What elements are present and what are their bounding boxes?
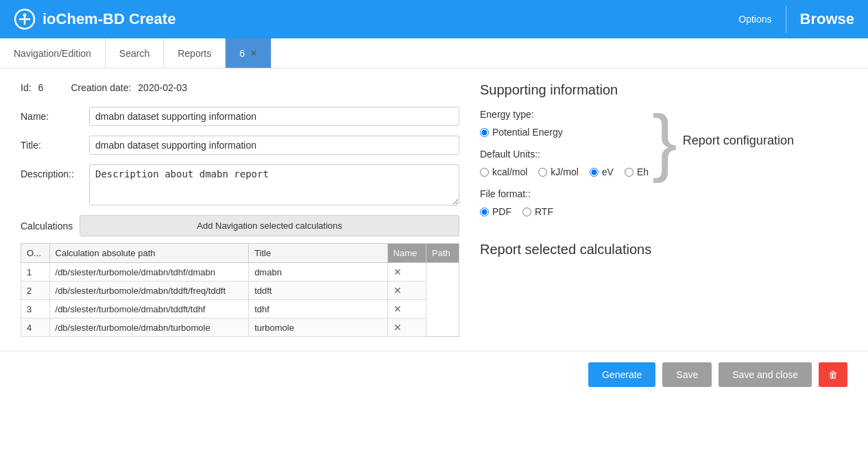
save-close-button[interactable]: Save and close [719, 362, 812, 387]
tab-navigation[interactable]: Navigation/Edition [0, 38, 106, 68]
creation-date-value: 2020-02-03 [138, 82, 187, 93]
svg-point-3 [23, 14, 27, 17]
id-label: Id: [21, 82, 32, 93]
radio-eh[interactable]: Eh [625, 166, 649, 177]
row-remove-cell[interactable]: ✕ [387, 300, 426, 318]
description-textarea[interactable] [89, 164, 459, 205]
remove-row-button[interactable]: ✕ [394, 303, 402, 314]
footer: Generate Save Save and close 🗑 [0, 351, 868, 398]
tab-active-number: 6 [239, 48, 245, 59]
title-cell-input[interactable] [254, 304, 381, 314]
calculations-label: Calculations [21, 221, 73, 232]
add-calc-button[interactable]: Add Navigation selected calculations [80, 215, 459, 236]
left-panel: Id: 6 Creation date: 2020-02-03 Name: Ti… [21, 82, 459, 337]
energy-type-label: Energy type: [480, 109, 649, 120]
row-remove-cell[interactable]: ✕ [387, 318, 426, 337]
units-radio-group: kcal/mol kJ/mol eV Eh [480, 166, 649, 177]
header-left: ioChem-BD Create [14, 8, 176, 30]
options-link[interactable]: Options [738, 14, 785, 25]
row-path: /db/slester/turbomole/dmabn/tdhf/dmabn [49, 263, 249, 281]
name-input[interactable] [89, 107, 459, 126]
radio-pdf[interactable]: PDF [480, 206, 511, 217]
nav-tabs: Navigation/Edition Search Reports 6 ✕ [0, 38, 868, 68]
name-row: Name: [21, 107, 459, 126]
tab-search[interactable]: Search [106, 38, 164, 68]
calculations-header: Calculations Add Navigation selected cal… [21, 215, 459, 236]
row-title-cell[interactable] [249, 318, 387, 337]
row-path: /db/slester/turbomole/dmabn/tddft/tdhf [49, 300, 249, 318]
save-button[interactable]: Save [662, 362, 712, 387]
calc-table-wrapper: O... Calculation absolute path Title Nam… [21, 243, 459, 337]
energy-type-radio-group: Potential Energy [480, 127, 649, 138]
row-path: /db/slester/turbomole/dmabn/tddft/freq/t… [49, 281, 249, 300]
col-name-header[interactable]: Name [387, 244, 426, 263]
delete-button[interactable]: 🗑 [819, 362, 847, 387]
browse-link[interactable]: Browse [800, 10, 854, 28]
remove-row-button[interactable]: ✕ [394, 266, 402, 277]
app-title: ioChem-BD Create [43, 10, 176, 28]
right-panel: Supporting information Energy type: Pote… [480, 82, 740, 337]
default-units-label: Default Units:: [480, 149, 649, 160]
creation-date-label: Creation date: [71, 82, 131, 93]
id-value: 6 [38, 82, 44, 93]
remove-row-button[interactable]: ✕ [394, 285, 402, 296]
col-title-header: Title [249, 244, 387, 263]
col-order-header: O... [21, 244, 50, 263]
config-brace-icon: } [652, 109, 677, 173]
report-config-label: Report configuration [683, 134, 794, 148]
app-header: ioChem-BD Create Options Browse [0, 0, 868, 38]
title-label: Title: [21, 136, 82, 151]
table-row: 4 /db/slester/turbomole/dmabn/turbomole … [21, 318, 459, 337]
file-format-section: File format:: PDF RTF [480, 188, 649, 217]
description-row: Description:: [21, 164, 459, 205]
report-config-brace-wrapper: } Report configuration [652, 109, 794, 173]
name-label: Name: [21, 107, 82, 122]
delete-icon: 🗑 [828, 369, 838, 380]
table-row: 2 /db/slester/turbomole/dmabn/tddft/freq… [21, 281, 459, 300]
calc-table: O... Calculation absolute path Title Nam… [21, 243, 459, 337]
row-title-cell[interactable] [249, 263, 387, 281]
description-label: Description:: [21, 164, 82, 179]
radio-potential-energy[interactable]: Potential Energy [480, 127, 563, 138]
header-right: Options Browse [738, 5, 854, 33]
creation-date-field: Creation date: 2020-02-03 [71, 82, 187, 93]
file-format-label: File format:: [480, 188, 649, 199]
energy-type-section: Energy type: Potential Energy [480, 109, 649, 138]
table-row: 1 /db/slester/turbomole/dmabn/tdhf/dmabn… [21, 263, 459, 281]
radio-kj[interactable]: kJ/mol [538, 166, 578, 177]
row-order: 2 [21, 281, 50, 300]
title-cell-input[interactable] [254, 323, 381, 333]
remove-row-button[interactable]: ✕ [394, 322, 402, 333]
row-order: 1 [21, 263, 50, 281]
generate-button[interactable]: Generate [588, 362, 655, 387]
logo-icon [14, 8, 36, 30]
title-row: Title: [21, 136, 459, 155]
main-content: Id: 6 Creation date: 2020-02-03 Name: Ti… [0, 68, 868, 351]
row-title-cell[interactable] [249, 300, 387, 318]
title-cell-input[interactable] [254, 286, 381, 296]
title-input[interactable] [89, 136, 459, 155]
supporting-info-title: Supporting information [480, 82, 740, 98]
radio-ev[interactable]: eV [590, 166, 614, 177]
format-radio-group: PDF RTF [480, 206, 649, 217]
row-order: 4 [21, 318, 50, 337]
row-order: 3 [21, 300, 50, 318]
id-field: Id: 6 [21, 82, 43, 93]
radio-kcal[interactable]: kcal/mol [480, 166, 527, 177]
tab-reports[interactable]: Reports [164, 38, 226, 68]
row-remove-cell[interactable]: ✕ [387, 263, 426, 281]
header-divider [786, 5, 786, 33]
col-path-header[interactable]: Calculation absolute path [49, 244, 249, 263]
report-selected-title: Report selected calculations [480, 242, 740, 258]
title-cell-input[interactable] [254, 267, 381, 277]
row-path: /db/slester/turbomole/dmabn/turbomole [49, 318, 249, 337]
default-units-section: Default Units:: kcal/mol kJ/mol eV [480, 149, 649, 177]
table-row: 3 /db/slester/turbomole/dmabn/tddft/tdhf… [21, 300, 459, 318]
radio-rtf[interactable]: RTF [522, 206, 553, 217]
meta-row: Id: 6 Creation date: 2020-02-03 [21, 82, 459, 93]
row-title-cell[interactable] [249, 281, 387, 300]
tab-close-icon[interactable]: ✕ [250, 49, 257, 58]
tab-active[interactable]: 6 ✕ [226, 38, 272, 68]
col-pathshort-header[interactable]: Path [426, 244, 459, 263]
row-remove-cell[interactable]: ✕ [387, 281, 426, 300]
